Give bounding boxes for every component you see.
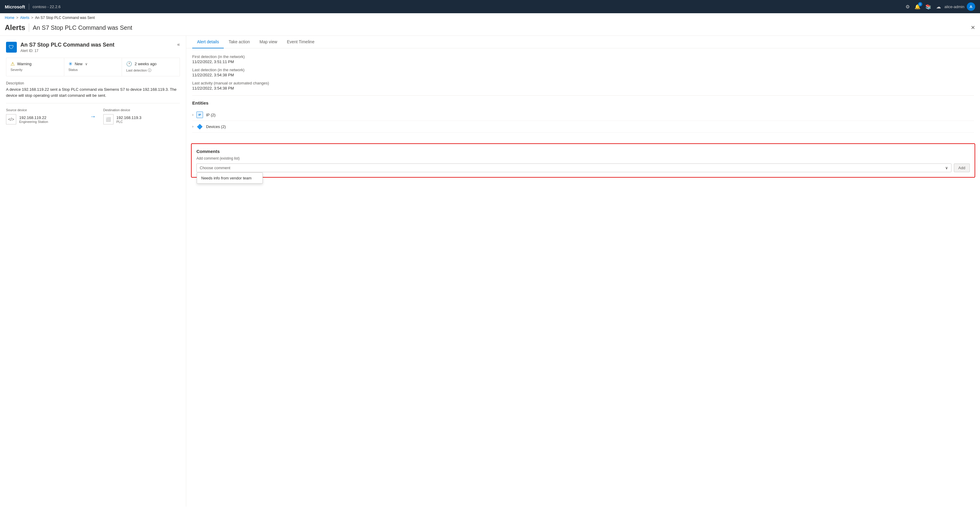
devices-section: Source device </> 192.168.119.22 Enginee…	[6, 103, 180, 124]
last-detection-value: 11/22/2022, 3:54:38 PM	[192, 73, 974, 77]
entity-devices-label: Devices (2)	[206, 124, 226, 129]
source-device-info: </> 192.168.119.22 Engineering Station	[6, 114, 83, 124]
tab-map-view[interactable]: Map view	[255, 36, 282, 48]
header-divider	[29, 24, 29, 32]
entity-row-devices[interactable]: › 🔷 Devices (2)	[192, 121, 974, 132]
engineering-station-icon: </>	[8, 117, 14, 122]
status-label: Status	[68, 68, 118, 72]
user-menu[interactable]: alice-admin A	[945, 2, 975, 11]
arrow-right-icon: →	[90, 113, 96, 120]
comments-title: Comments	[196, 149, 970, 154]
page-title: Alerts	[5, 24, 25, 32]
collapse-button[interactable]: «	[177, 42, 180, 47]
settings-icon[interactable]: ⚙	[905, 4, 910, 10]
source-type: Engineering Station	[19, 120, 48, 124]
topbar-divider	[29, 3, 29, 10]
breadcrumb-sep-1: >	[16, 16, 18, 20]
dest-device-icon: ⬜	[103, 114, 113, 124]
topbar-icons: ⚙ 🔔 0 📚 ☁	[905, 4, 941, 10]
main-content: 🛡 An S7 Stop PLC Command was Sent Alert …	[0, 36, 980, 507]
status-bar: ⚠ Warning Severity ✳ New ∨ Status 🕐 2 we…	[6, 58, 180, 76]
dest-device-details: 192.168.119.3 PLC	[116, 115, 142, 124]
source-device-icon: </>	[6, 114, 16, 124]
first-detection-value: 11/22/2022, 3:51:11 PM	[192, 59, 974, 64]
chevron-down-icon[interactable]: ∨	[85, 62, 88, 66]
last-detection-block: Last detection (in the network) 11/22/20…	[192, 68, 974, 77]
alert-shield-icon: 🛡	[6, 42, 17, 53]
comments-sublabel: Add comment (existing list)	[196, 156, 970, 161]
comment-dropdown-text: Choose comment	[200, 166, 231, 170]
entities-title: Entities	[192, 100, 974, 105]
notifications-icon[interactable]: 🔔 0	[915, 4, 921, 10]
library-icon[interactable]: 📚	[925, 4, 931, 10]
username-label: alice-admin	[945, 5, 964, 9]
dest-device-info: ⬜ 192.168.119.3 PLC	[103, 114, 180, 124]
detection-value: 🕐 2 weeks ago	[126, 61, 175, 67]
chevron-right-icon: ›	[192, 113, 193, 117]
app-version: contoso - 22.2.6	[33, 5, 60, 9]
ip-entity-icon: IP	[196, 112, 203, 118]
dropdown-chevron-icon: ∨	[945, 166, 948, 170]
status-value: ✳ New ∨	[68, 61, 118, 67]
last-activity-label: Last activity (manual or automated chang…	[192, 81, 974, 85]
right-panel: Alert details Take action Map view Event…	[186, 36, 980, 507]
add-comment-button[interactable]: Add	[954, 164, 970, 172]
page-header: Alerts An S7 Stop PLC Command was Sent ✕	[0, 22, 980, 36]
detection-cell: 🕐 2 weeks ago Last detection ⓘ	[122, 58, 180, 76]
description-section: Description A device 192.168.119.22 sent…	[6, 81, 180, 98]
alert-header: 🛡 An S7 Stop PLC Command was Sent Alert …	[6, 42, 180, 53]
alert-title-block: An S7 Stop PLC Command was Sent Alert ID…	[21, 42, 115, 53]
tab-alert-details[interactable]: Alert details	[192, 36, 224, 48]
dest-device-label: Destination device	[103, 108, 180, 112]
page-subtitle: An S7 Stop PLC Command was Sent	[33, 24, 132, 31]
breadcrumb-home[interactable]: Home	[5, 16, 14, 20]
description-text: A device 192.168.119.22 sent a Stop PLC …	[6, 86, 180, 98]
breadcrumb-alerts[interactable]: Alerts	[20, 16, 29, 20]
device-entity-icon: 🔷	[196, 123, 203, 130]
tabs-bar: Alert details Take action Map view Event…	[186, 36, 980, 48]
dest-device-block: Destination device ⬜ 192.168.119.3 PLC	[103, 108, 180, 124]
suggestion-item[interactable]: Needs info from vendor team	[197, 173, 262, 183]
severity-value: ⚠ Warning	[11, 61, 60, 67]
comments-section: Comments Add comment (existing list) Cho…	[191, 143, 975, 178]
chevron-right-icon-2: ›	[192, 124, 193, 129]
plc-icon: ⬜	[106, 117, 111, 122]
status-text: New	[75, 62, 83, 66]
breadcrumb-sep-2: >	[31, 16, 33, 20]
divider	[192, 95, 974, 96]
source-device-block: Source device </> 192.168.119.22 Enginee…	[6, 108, 83, 124]
dest-type: PLC	[116, 120, 142, 124]
spinner-icon: ✳	[68, 61, 72, 67]
warning-icon: ⚠	[11, 61, 15, 67]
info-icon: ⓘ	[148, 68, 151, 72]
alert-title: An S7 Stop PLC Command was Sent	[21, 42, 115, 48]
close-icon[interactable]: ✕	[971, 24, 975, 31]
clock-icon: 🕐	[126, 61, 132, 67]
topbar: Microsoft contoso - 22.2.6 ⚙ 🔔 0 📚 ☁ ali…	[0, 0, 980, 13]
last-activity-value: 11/22/2022, 3:54:38 PM	[192, 86, 974, 91]
comment-dropdown[interactable]: Choose comment ∨ Needs info from vendor …	[196, 164, 951, 172]
comment-input-row: Choose comment ∨ Needs info from vendor …	[196, 164, 970, 172]
devices-row: Source device </> 192.168.119.22 Enginee…	[6, 108, 180, 124]
microsoft-logo: Microsoft	[5, 4, 25, 9]
tab-event-timeline[interactable]: Event Timeline	[282, 36, 319, 48]
avatar: A	[967, 2, 975, 11]
source-ip: 192.168.119.22	[19, 115, 48, 120]
brand-logo: Microsoft	[5, 4, 25, 9]
tab-take-action[interactable]: Take action	[224, 36, 255, 48]
description-label: Description	[6, 81, 180, 85]
source-device-label: Source device	[6, 108, 83, 112]
entity-row-ip[interactable]: › IP IP (2)	[192, 109, 974, 121]
cloud-icon[interactable]: ☁	[936, 4, 941, 10]
first-detection-block: First detection (in the network) 11/22/2…	[192, 54, 974, 64]
dest-ip: 192.168.119.3	[116, 115, 142, 120]
dropdown-suggestion: Needs info from vendor team	[197, 172, 263, 183]
notification-badge: 0	[918, 2, 922, 6]
entity-ip-label: IP (2)	[206, 113, 216, 117]
severity-cell: ⚠ Warning Severity	[6, 58, 64, 76]
alert-details-content: First detection (in the network) 11/22/2…	[186, 48, 980, 139]
severity-label: Severity	[11, 68, 60, 72]
source-device-details: 192.168.119.22 Engineering Station	[19, 115, 48, 124]
last-detection-text: 2 weeks ago	[135, 62, 156, 66]
first-detection-label: First detection (in the network)	[192, 54, 974, 59]
